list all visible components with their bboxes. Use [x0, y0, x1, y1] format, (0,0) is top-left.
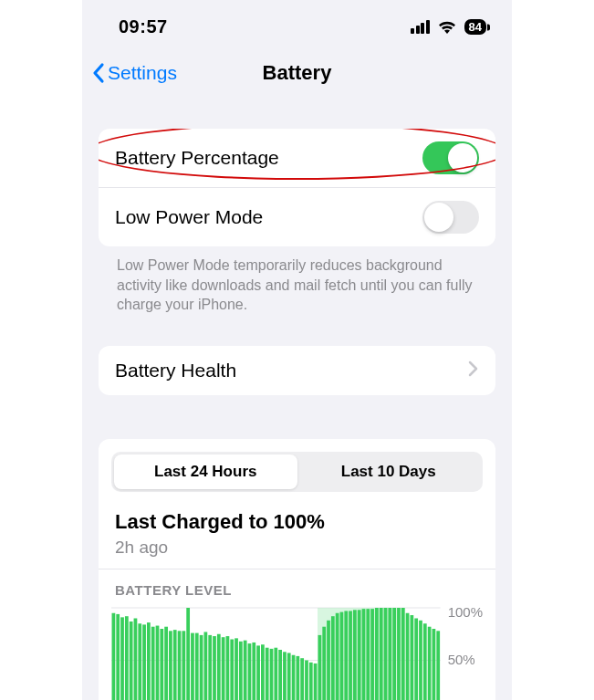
svg-rect-43: [283, 652, 287, 700]
svg-rect-11: [142, 624, 146, 700]
svg-rect-75: [423, 623, 427, 700]
back-button[interactable]: Settings: [91, 62, 177, 84]
svg-rect-68: [392, 608, 396, 700]
divider: [99, 569, 495, 569]
svg-rect-30: [226, 636, 230, 700]
chart-y-labels: 100% 50% 0%: [441, 603, 483, 700]
low-power-mode-label: Low Power Mode: [115, 206, 263, 228]
svg-rect-23: [195, 632, 199, 700]
svg-rect-32: [234, 638, 238, 700]
last-charged-title: Last Charged to 100%: [115, 510, 483, 534]
chart-svg: [111, 603, 441, 700]
svg-rect-33: [239, 642, 243, 700]
svg-rect-66: [384, 608, 388, 700]
svg-rect-27: [213, 636, 216, 700]
cellular-signal-icon: [411, 20, 430, 34]
svg-rect-59: [353, 610, 357, 700]
row-low-power-mode[interactable]: Low Power Mode: [99, 187, 495, 246]
battery-percentage-toggle[interactable]: [422, 141, 479, 174]
svg-rect-14: [156, 625, 160, 700]
tab-last-24-hours[interactable]: Last 24 Hours: [114, 454, 297, 489]
svg-rect-19: [178, 631, 182, 700]
svg-rect-73: [414, 618, 418, 700]
status-icons: 84: [411, 19, 486, 35]
chevron-right-icon: [468, 360, 479, 381]
svg-rect-60: [358, 610, 361, 700]
chart-title: BATTERY LEVEL: [115, 582, 483, 598]
svg-rect-25: [204, 632, 208, 700]
svg-rect-48: [305, 660, 308, 700]
svg-rect-58: [349, 611, 352, 700]
svg-rect-46: [296, 656, 299, 700]
ytick-50: 50%: [448, 652, 483, 667]
svg-rect-39: [266, 647, 269, 700]
svg-rect-63: [370, 609, 374, 700]
svg-rect-61: [362, 609, 366, 700]
svg-rect-15: [160, 629, 163, 700]
svg-rect-76: [428, 626, 432, 700]
svg-rect-50: [314, 663, 318, 700]
svg-rect-7: [125, 616, 129, 700]
svg-rect-54: [331, 616, 335, 700]
ytick-100: 100%: [448, 604, 483, 620]
svg-rect-6: [120, 617, 124, 700]
svg-rect-78: [436, 631, 440, 700]
svg-rect-72: [410, 615, 413, 700]
svg-rect-31: [230, 639, 234, 700]
svg-rect-56: [340, 611, 344, 700]
svg-rect-69: [397, 608, 401, 700]
svg-rect-53: [327, 621, 330, 700]
svg-rect-35: [248, 643, 252, 700]
svg-rect-9: [134, 618, 138, 700]
svg-rect-13: [151, 626, 155, 700]
battery-level-chart: 100% 50% 0%: [111, 603, 483, 700]
svg-rect-44: [287, 653, 291, 700]
svg-rect-36: [252, 643, 255, 700]
svg-rect-17: [169, 631, 172, 700]
status-time: 09:57: [119, 16, 168, 37]
last-charged-subtitle: 2h ago: [115, 538, 483, 558]
svg-rect-41: [274, 647, 277, 700]
svg-rect-77: [432, 629, 436, 700]
battery-health-label: Battery Health: [115, 360, 236, 381]
svg-rect-37: [256, 645, 260, 700]
svg-rect-3: [318, 608, 405, 700]
svg-rect-45: [292, 655, 296, 700]
svg-rect-8: [130, 622, 133, 700]
tab-last-10-days[interactable]: Last 10 Days: [297, 454, 481, 489]
svg-rect-70: [401, 608, 405, 700]
svg-rect-74: [419, 621, 422, 700]
svg-rect-51: [318, 635, 322, 700]
svg-rect-24: [200, 635, 203, 700]
svg-rect-64: [375, 608, 379, 700]
back-label: Settings: [108, 62, 177, 84]
wifi-icon: [437, 20, 457, 35]
status-bar: 09:57 84: [82, 0, 512, 47]
time-range-segmented-control[interactable]: Last 24 Hours Last 10 Days: [111, 452, 483, 492]
svg-rect-65: [380, 608, 383, 700]
page-title: Battery: [263, 61, 332, 85]
svg-rect-47: [300, 658, 304, 700]
svg-rect-71: [406, 613, 410, 700]
settings-group-health: Battery Health: [99, 346, 495, 395]
row-battery-health[interactable]: Battery Health: [99, 346, 495, 395]
svg-rect-22: [191, 632, 194, 700]
svg-rect-4: [112, 613, 116, 700]
svg-rect-21: [186, 608, 190, 700]
svg-rect-18: [173, 630, 177, 700]
svg-rect-62: [366, 609, 370, 700]
battery-percentage-label: Battery Percentage: [115, 147, 279, 169]
low-power-mode-toggle[interactable]: [422, 201, 479, 234]
svg-rect-34: [244, 640, 247, 700]
nav-header: Settings Battery: [82, 47, 512, 105]
svg-rect-49: [309, 663, 313, 700]
battery-status-icon: 84: [464, 19, 486, 35]
svg-rect-28: [217, 634, 221, 700]
svg-rect-16: [164, 626, 168, 700]
svg-rect-12: [147, 622, 151, 700]
svg-rect-55: [336, 613, 339, 700]
svg-rect-38: [261, 644, 265, 700]
svg-rect-26: [208, 635, 212, 700]
svg-rect-52: [322, 626, 326, 700]
row-battery-percentage[interactable]: Battery Percentage: [99, 129, 495, 187]
